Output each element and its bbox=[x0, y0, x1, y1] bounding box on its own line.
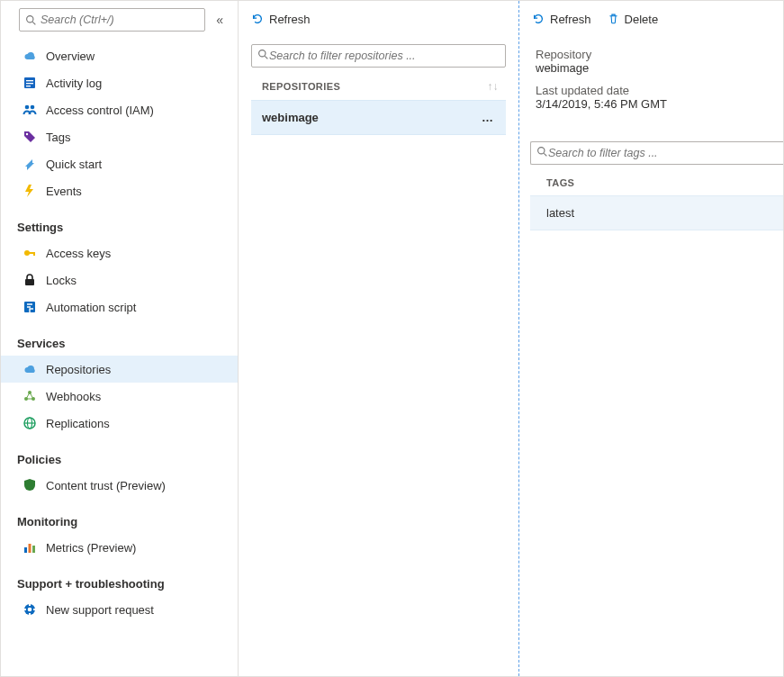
log-icon bbox=[23, 76, 37, 90]
search-icon bbox=[257, 49, 269, 63]
refresh-button[interactable]: Refresh bbox=[532, 13, 591, 26]
nav-group-title: Services bbox=[1, 326, 238, 356]
nav-group-title: Settings bbox=[1, 210, 238, 239]
tag-icon bbox=[23, 130, 37, 144]
detail-label: Last updated date bbox=[536, 84, 767, 97]
sidebar-item-activity-log[interactable]: Activity log bbox=[1, 69, 238, 96]
webhook-icon bbox=[23, 389, 37, 403]
sidebar-search[interactable] bbox=[19, 8, 205, 32]
svg-point-29 bbox=[259, 50, 266, 57]
svg-rect-28 bbox=[33, 609, 36, 610]
bolt-icon bbox=[23, 184, 37, 198]
repo-filter-input[interactable] bbox=[269, 50, 500, 62]
sidebar-item-replications[interactable]: Replications bbox=[1, 410, 238, 437]
repo-name: webimage bbox=[262, 111, 319, 124]
svg-point-6 bbox=[25, 105, 30, 110]
svg-rect-20 bbox=[24, 547, 27, 553]
tag-filter[interactable] bbox=[530, 141, 783, 165]
sidebar-search-input[interactable] bbox=[41, 14, 199, 26]
key-icon bbox=[23, 246, 37, 260]
sidebar-item-label: Access control (IAM) bbox=[46, 104, 227, 117]
sidebar-item-label: Quick start bbox=[46, 158, 227, 171]
detail-label: Repository bbox=[536, 48, 767, 61]
svg-point-31 bbox=[538, 148, 545, 154]
sidebar-item-label: Content trust (Preview) bbox=[46, 479, 227, 492]
sidebar-item-label: Replications bbox=[46, 417, 227, 430]
sidebar-item-metrics-preview-[interactable]: Metrics (Preview) bbox=[1, 534, 238, 561]
tag-item[interactable]: latest bbox=[530, 195, 783, 230]
sidebar-item-label: New support request bbox=[46, 603, 227, 617]
svg-rect-3 bbox=[26, 80, 33, 81]
svg-point-8 bbox=[26, 133, 28, 135]
search-icon bbox=[536, 146, 548, 160]
sort-icon[interactable]: ↑↓ bbox=[487, 80, 499, 93]
script-icon bbox=[23, 300, 37, 314]
cloud-icon bbox=[23, 49, 37, 63]
sidebar-item-overview[interactable]: Overview bbox=[1, 42, 238, 69]
svg-line-30 bbox=[265, 56, 267, 59]
sidebar-item-webhooks[interactable]: Webhooks bbox=[1, 383, 238, 410]
quick-icon bbox=[23, 157, 37, 171]
svg-rect-12 bbox=[25, 279, 34, 285]
svg-rect-27 bbox=[23, 609, 26, 610]
svg-rect-21 bbox=[29, 544, 32, 553]
svg-point-24 bbox=[28, 608, 32, 612]
svg-line-1 bbox=[32, 22, 35, 24]
trash-icon bbox=[608, 13, 619, 25]
lock-icon bbox=[23, 273, 37, 287]
sidebar-item-content-trust-preview-[interactable]: Content trust (Preview) bbox=[1, 472, 238, 499]
sidebar-item-label: Activity log bbox=[46, 77, 227, 90]
shield-icon bbox=[23, 478, 37, 492]
sidebar-item-label: Tags bbox=[46, 131, 227, 144]
refresh-icon bbox=[532, 13, 545, 25]
nav-group-title: Support + troubleshooting bbox=[1, 566, 238, 596]
svg-point-0 bbox=[27, 15, 33, 22]
tags-header: TAGS bbox=[530, 170, 783, 195]
sidebar-item-new-support-request[interactable]: New support request bbox=[1, 596, 238, 623]
sidebar-item-quick-start[interactable]: Quick start bbox=[1, 150, 238, 177]
refresh-icon bbox=[251, 13, 264, 25]
svg-line-32 bbox=[544, 153, 546, 156]
nav-group-title: Policies bbox=[1, 442, 238, 472]
sidebar-item-events[interactable]: Events bbox=[1, 177, 238, 204]
repo-item[interactable]: webimage… bbox=[251, 100, 506, 135]
sidebar: « OverviewActivity logAccess control (IA… bbox=[1, 1, 239, 676]
sidebar-item-label: Automation script bbox=[46, 301, 227, 314]
sidebar-item-locks[interactable]: Locks bbox=[1, 266, 238, 293]
svg-rect-5 bbox=[26, 86, 31, 86]
sidebar-item-tags[interactable]: Tags bbox=[1, 123, 238, 150]
sidebar-item-access-control-iam-[interactable]: Access control (IAM) bbox=[1, 96, 238, 123]
delete-button[interactable]: Delete bbox=[608, 13, 659, 26]
search-icon bbox=[25, 14, 37, 26]
repo-filter[interactable] bbox=[251, 44, 506, 68]
sidebar-item-label: Locks bbox=[46, 274, 227, 287]
svg-rect-26 bbox=[29, 613, 31, 616]
detail-value: webimage bbox=[536, 61, 767, 75]
tag-filter-input[interactable] bbox=[548, 147, 778, 159]
detail-value: 3/14/2019, 5:46 PM GMT bbox=[536, 97, 767, 111]
globe-icon bbox=[23, 416, 37, 430]
delete-label: Delete bbox=[625, 13, 659, 26]
sidebar-item-label: Events bbox=[46, 185, 227, 198]
people-icon bbox=[23, 103, 37, 117]
refresh-label: Refresh bbox=[269, 13, 311, 26]
sidebar-item-repositories[interactable]: Repositories bbox=[1, 356, 238, 383]
repositories-panel: Refresh REPOSITORIES ↑↓ webimage… bbox=[239, 1, 519, 676]
repositories-header: REPOSITORIES bbox=[262, 81, 340, 92]
repository-detail-panel: Refresh Delete RepositorywebimageLast up… bbox=[519, 1, 783, 676]
refresh-label: Refresh bbox=[550, 13, 591, 26]
sidebar-item-label: Webhooks bbox=[46, 390, 227, 403]
more-icon[interactable]: … bbox=[482, 111, 495, 124]
chart-icon bbox=[23, 540, 37, 555]
sidebar-item-automation-script[interactable]: Automation script bbox=[1, 293, 238, 320]
sidebar-item-access-keys[interactable]: Access keys bbox=[1, 239, 238, 266]
cloud-icon bbox=[23, 362, 37, 376]
collapse-sidebar-button[interactable]: « bbox=[212, 11, 227, 29]
svg-point-7 bbox=[31, 105, 35, 110]
sidebar-item-label: Overview bbox=[46, 50, 227, 63]
svg-rect-4 bbox=[26, 83, 33, 84]
svg-rect-11 bbox=[33, 252, 35, 256]
refresh-button[interactable]: Refresh bbox=[251, 13, 311, 26]
sidebar-item-label: Metrics (Preview) bbox=[46, 541, 227, 555]
sidebar-item-label: Access keys bbox=[46, 247, 227, 260]
